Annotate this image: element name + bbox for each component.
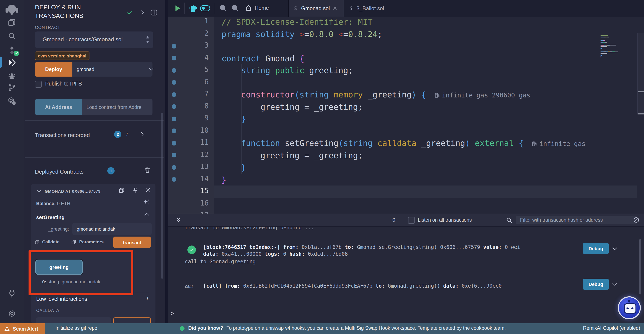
- scam-alert-button[interactable]: Scam Alert: [0, 323, 45, 334]
- expand-log-icon[interactable]: [612, 281, 618, 288]
- gutter-row[interactable]: 16: [168, 198, 214, 210]
- debugger-icon[interactable]: [8, 71, 16, 80]
- at-address-input[interactable]: [82, 99, 152, 115]
- panel-forward-icon[interactable]: [140, 9, 146, 15]
- code-line[interactable]: pragma solidity >=0.8.0 <=0.8.24;: [214, 28, 637, 40]
- code-line[interactable]: greeting = _greeting;: [214, 101, 637, 113]
- low-level-calldata-input[interactable]: [36, 318, 111, 323]
- tab-home[interactable]: Home: [255, 5, 269, 11]
- settings-icon[interactable]: [8, 309, 16, 318]
- git-icon[interactable]: [8, 83, 16, 91]
- gutter-dot-icon[interactable]: [172, 128, 176, 133]
- code-line[interactable]: string public greeting;: [214, 64, 637, 76]
- code-line[interactable]: [214, 210, 637, 214]
- plugin-manager-icon[interactable]: [8, 289, 16, 298]
- calldata-button[interactable]: Calldata: [42, 239, 60, 244]
- editor-minimap[interactable]: [600, 35, 636, 63]
- greeting-getter-button[interactable]: greeting: [35, 259, 83, 275]
- code-line[interactable]: [214, 198, 637, 210]
- deploy-run-icon[interactable]: [8, 58, 16, 67]
- gutter-row[interactable]: 13: [168, 161, 214, 173]
- code-line[interactable]: [214, 125, 637, 137]
- zoom-in-icon[interactable]: [231, 4, 239, 12]
- gutter-row[interactable]: 3: [168, 40, 214, 52]
- low-level-transact-button[interactable]: [113, 318, 151, 323]
- editor-overview-ruler[interactable]: [637, 33, 644, 114]
- file-explorer-icon[interactable]: [8, 18, 16, 27]
- instance-collapse-icon[interactable]: [36, 189, 42, 194]
- code-line[interactable]: }: [214, 161, 637, 173]
- contract-select[interactable]: Gmonad - contracts/Gmonad.sol: [35, 31, 153, 48]
- home-icon[interactable]: [245, 4, 252, 11]
- close-tab-icon[interactable]: [333, 6, 338, 11]
- gutter-dot-icon[interactable]: [172, 153, 176, 157]
- close-instance-icon[interactable]: [145, 187, 151, 193]
- panel-scrollbar[interactable]: [161, 113, 163, 279]
- debug-button[interactable]: Debug: [583, 279, 609, 290]
- code-line[interactable]: contract Gmonad {: [214, 52, 637, 64]
- ai-robot-icon[interactable]: [189, 4, 198, 13]
- panel-editor-sash[interactable]: [165, 0, 168, 323]
- gutter-dot-icon[interactable]: [172, 44, 176, 48]
- copilot-toggle-icon[interactable]: [199, 4, 211, 12]
- gutter-row[interactable]: 17: [168, 210, 214, 214]
- terminal-scrollbar[interactable]: [639, 239, 641, 295]
- remixai-assistant-avatar[interactable]: [619, 298, 640, 318]
- git-init-button[interactable]: Initialize as git repo: [55, 326, 97, 331]
- copy-calldata-icon[interactable]: [34, 240, 40, 245]
- run-script-icon[interactable]: [174, 4, 182, 12]
- gutter-dot-icon[interactable]: [172, 116, 176, 121]
- gutter-row[interactable]: 7: [168, 88, 214, 101]
- remix-logo-icon[interactable]: [5, 3, 19, 16]
- panel-layout-icon[interactable]: [150, 9, 158, 16]
- gutter-row[interactable]: 15: [168, 186, 214, 198]
- deploy-button[interactable]: Deploy: [35, 62, 72, 77]
- deploy-expand-icon[interactable]: [148, 66, 154, 72]
- function-collapse-icon[interactable]: [144, 211, 150, 217]
- gutter-dot-icon[interactable]: [172, 177, 176, 182]
- parameters-button[interactable]: Parameters: [79, 239, 104, 244]
- trash-icon[interactable]: [144, 167, 151, 174]
- gutter-row[interactable]: 10: [168, 125, 214, 137]
- gutter-row[interactable]: 12: [168, 149, 214, 161]
- code-line[interactable]: }: [214, 173, 637, 186]
- gutter-row[interactable]: 2: [168, 28, 214, 40]
- deploy-constructor-input[interactable]: [72, 62, 152, 77]
- code-line[interactable]: [214, 76, 637, 88]
- code-line[interactable]: // SPDX-License-Identifier: MIT: [214, 16, 637, 28]
- pin-icon[interactable]: [132, 187, 138, 194]
- info-icon[interactable]: i: [147, 295, 148, 301]
- transact-button[interactable]: transact: [113, 237, 151, 248]
- gutter-dot-icon[interactable]: [172, 68, 176, 72]
- code-line[interactable]: function setGreeting(string calldata _gr…: [214, 137, 637, 149]
- search-icon[interactable]: [8, 31, 16, 40]
- zoom-out-icon[interactable]: [219, 4, 227, 12]
- gutter-row[interactable]: 1: [168, 16, 214, 28]
- code-line[interactable]: [214, 186, 637, 198]
- gutter-dot-icon[interactable]: [172, 56, 176, 60]
- plugin-runner-icon[interactable]: [8, 97, 16, 105]
- info-icon[interactable]: i: [126, 131, 128, 137]
- terminal-search-icon[interactable]: [506, 217, 512, 223]
- code-editor[interactable]: 1234567891011121314151617 // SPDX-Licens…: [168, 16, 644, 214]
- gutter-row[interactable]: 5: [168, 64, 214, 76]
- debug-button[interactable]: Debug: [583, 243, 609, 254]
- clear-console-icon[interactable]: [633, 217, 640, 223]
- greeting-param-input[interactable]: [72, 223, 152, 235]
- gutter-dot-icon[interactable]: [172, 165, 176, 170]
- copy-address-icon[interactable]: [118, 187, 125, 194]
- copilot-status[interactable]: RemixAI Copilot (enabled): [583, 326, 640, 331]
- ai-sparkle-icon[interactable]: [143, 199, 150, 206]
- gutter-row[interactable]: 4: [168, 52, 214, 64]
- gutter-row[interactable]: 9: [168, 113, 214, 125]
- terminal-filter-input[interactable]: [516, 216, 636, 224]
- gutter-dot-icon[interactable]: [172, 141, 176, 145]
- tx-log-line[interactable]: data: 0xa41...00000 logs: 0 hash: 0xdcd.…: [203, 251, 348, 257]
- gutter-row[interactable]: 11: [168, 137, 214, 149]
- terminal-prompt[interactable]: >: [171, 310, 174, 317]
- gutter-dot-icon[interactable]: [172, 104, 176, 109]
- copy-parameters-icon[interactable]: [71, 240, 76, 245]
- gutter-row[interactable]: 14: [168, 173, 214, 186]
- transactions-expand-icon[interactable]: [140, 131, 145, 137]
- publish-ipfs-checkbox[interactable]: [35, 81, 42, 88]
